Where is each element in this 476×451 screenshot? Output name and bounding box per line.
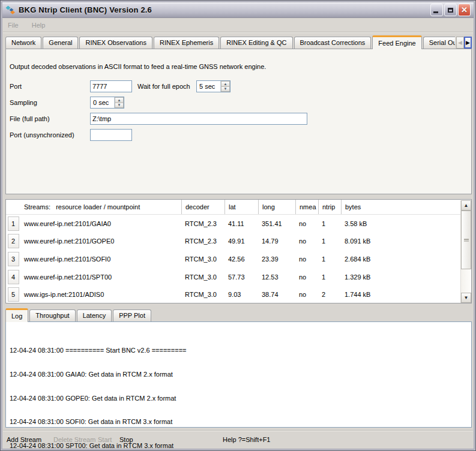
scroll-down-icon[interactable]: ▼ (461, 293, 471, 303)
menu-help[interactable]: Help (32, 22, 46, 29)
log-line: 12-04-24 08:31:00 GOPE0: Get data in RTC… (10, 395, 469, 402)
log-line: 12-04-24 08:31:00 ========== Start BNC v… (10, 347, 469, 354)
cell-long: 38.74 (258, 285, 295, 303)
menu-bar: File Help (3, 19, 473, 32)
cell-long: 12.53 (258, 268, 295, 286)
cell-decoder: RTCM_3.0 (181, 250, 224, 268)
tab-rinex-observations[interactable]: RINEX Observations (79, 37, 152, 49)
tab-broadcast-corrections[interactable]: Broadcast Corrections (294, 37, 372, 49)
row-number: 3 (8, 252, 19, 266)
cell-bytes: 1.744 kB (341, 285, 461, 303)
cell-decoder: RTCM_2.3 (181, 233, 224, 251)
cell-long: 14.79 (258, 233, 295, 251)
cell-ntrip: 1 (318, 215, 341, 233)
cell-mountpoint: www.igs-ip.net:2101/ADIS0 (20, 285, 181, 303)
cell-mountpoint: www.euref-ip.net:2101/GAIA0 (20, 215, 181, 233)
tab-scroll-left-icon[interactable]: ◀ (456, 37, 464, 49)
log-line: 12-04-24 08:31:00 SOFI0: Get data in RTC… (10, 418, 469, 426)
row-number: 2 (8, 234, 19, 248)
cell-decoder: RTCM_3.0 (181, 285, 224, 303)
minimize-icon (433, 11, 438, 13)
port-input[interactable] (90, 80, 132, 92)
spin-down-icon[interactable]: ▼ (115, 103, 124, 109)
feed-engine-description: Output decoded observations in ASCII for… (10, 63, 266, 70)
tab-rinex-editing-qc[interactable]: RINEX Editing & QC (220, 37, 292, 49)
col-header-nmea: nmea (295, 200, 318, 214)
cell-bytes: 8.091 kB (341, 233, 461, 251)
spin-up-icon[interactable]: ▲ (115, 97, 124, 103)
spin-up-icon[interactable]: ▲ (221, 81, 230, 87)
table-row[interactable]: 2 www.euref-ip.net:2101/GOPE0 RTCM_2.3 4… (6, 233, 461, 251)
cell-decoder: RTCM_3.0 (181, 268, 224, 286)
cell-mountpoint: www.euref-ip.net:2101/SPT00 (20, 268, 181, 286)
tab-feed-engine[interactable]: Feed Engine (372, 35, 421, 49)
streams-table: Streams: resource loader / mountpoint de… (5, 199, 472, 303)
title-bar: BKG Ntrip Client (BNC) Version 2.6 ✕ (2, 2, 474, 18)
file-path-input[interactable] (90, 113, 307, 125)
tab-ppp-plot[interactable]: PPP Plot (113, 309, 151, 322)
cell-nmea: no (295, 215, 318, 233)
cell-ntrip: 1 (318, 268, 341, 286)
cell-mountpoint: www.euref-ip.net:2101/GOPE0 (20, 233, 181, 251)
tab-latency[interactable]: Latency (77, 309, 112, 322)
table-row[interactable]: 4 www.euref-ip.net:2101/SPT00 RTCM_3.0 5… (6, 268, 461, 286)
cell-lat: 42.56 (224, 250, 258, 268)
menu-file[interactable]: File (8, 22, 19, 29)
wait-for-full-epoch-spinner[interactable]: 5 sec ▲ ▼ (196, 80, 230, 92)
table-row[interactable]: 5 www.igs-ip.net:2101/ADIS0 RTCM_3.0 9.0… (6, 285, 461, 303)
cell-bytes: 1.329 kB (341, 268, 461, 286)
maximize-button[interactable] (444, 4, 457, 16)
minimize-button[interactable] (430, 4, 443, 16)
col-header-bytes: bytes (341, 200, 461, 214)
thumb-grip-icon (464, 239, 469, 242)
file-path-label: File (full path) (10, 115, 50, 122)
tab-serial-output[interactable]: Serial Ou (423, 37, 455, 49)
port-unsynchronized-label: Port (unsynchronized) (10, 131, 74, 139)
tab-general[interactable]: General (43, 37, 78, 49)
table-row[interactable]: 1 www.euref-ip.net:2101/GAIA0 RTCM_2.3 4… (6, 215, 461, 233)
cell-lat: 41.11 (224, 215, 258, 233)
cell-ntrip: 1 (318, 250, 341, 268)
cell-nmea: no (295, 268, 318, 286)
window-title: BKG Ntrip Client (BNC) Version 2.6 (19, 5, 430, 14)
cell-ntrip: 1 (318, 233, 341, 251)
spin-down-icon[interactable]: ▼ (221, 87, 230, 92)
bnc-app-icon (5, 5, 16, 15)
col-header-mountpoint: Streams: resource loader / mountpoint (20, 200, 181, 214)
row-number: 5 (8, 287, 19, 302)
feed-engine-pane: Output decoded observations in ASCII for… (5, 49, 472, 194)
col-header-long: long (258, 200, 295, 214)
log-output: 12-04-24 08:31:00 ========== Start BNC v… (10, 331, 469, 451)
tab-network[interactable]: Network (5, 37, 41, 49)
table-scrollbar[interactable]: ▲ ▼ (460, 200, 471, 303)
bottom-tab-bar: Log Throughput Latency PPP Plot (5, 308, 472, 322)
log-line: 12-04-24 08:31:00 SPT00: Get data in RTC… (10, 442, 469, 450)
cell-long: 351.41 (258, 215, 295, 233)
tab-log[interactable]: Log (5, 308, 28, 322)
cell-nmea: no (295, 250, 318, 268)
log-line: 12-04-24 08:31:00 GAIA0: Get data in RTC… (10, 371, 469, 378)
port-label: Port (10, 83, 22, 90)
cell-long: 23.39 (258, 250, 295, 268)
table-row[interactable]: 3 www.euref-ip.net:2101/SOFI0 RTCM_3.0 4… (6, 250, 461, 268)
cell-bytes: 3.58 kB (341, 215, 461, 233)
row-number: 1 (8, 217, 19, 231)
close-button[interactable]: ✕ (458, 4, 471, 16)
tab-throughput[interactable]: Throughput (29, 309, 75, 322)
row-header-corner (6, 200, 20, 214)
tab-rinex-ephemeris[interactable]: RINEX Ephemeris (154, 37, 219, 49)
log-pane[interactable]: 12-04-24 08:31:00 ========== Start BNC v… (5, 321, 472, 428)
sampling-spinner[interactable]: 0 sec ▲ ▼ (90, 97, 124, 109)
col-header-ntrip: ntrip (318, 200, 341, 214)
wait-for-full-epoch-label: Wait for full epoch (137, 83, 190, 90)
maximize-icon (448, 8, 453, 13)
tab-scroll-right-icon[interactable]: ▶ (464, 37, 472, 49)
port-unsynchronized-input[interactable] (90, 129, 132, 141)
col-header-lat: lat (224, 200, 258, 214)
cell-lat: 49.91 (224, 233, 258, 251)
streams-table-header: Streams: resource loader / mountpoint de… (6, 200, 461, 215)
scroll-up-icon[interactable]: ▲ (461, 200, 471, 211)
scrollbar-thumb[interactable] (461, 211, 471, 269)
cell-lat: 9.03 (224, 285, 258, 303)
cell-ntrip: 2 (318, 285, 341, 303)
